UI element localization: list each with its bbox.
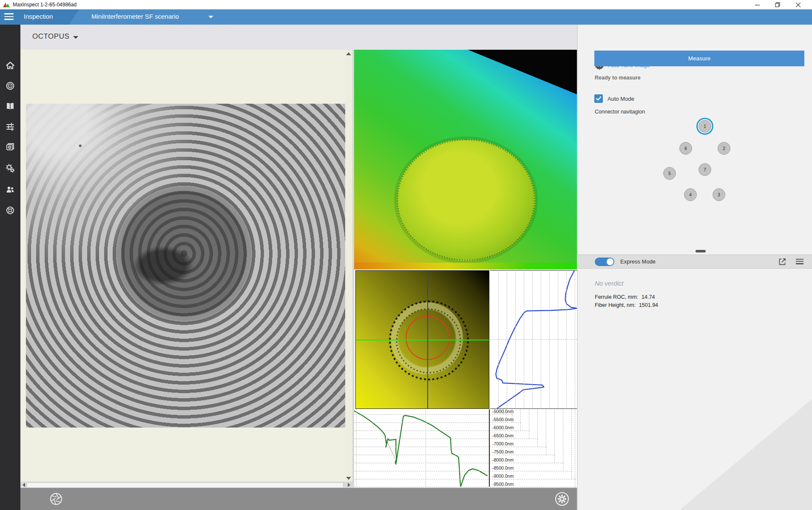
connector-position-7[interactable]: 7 <box>698 163 711 176</box>
camera-name: OCTOPUS <box>32 32 69 40</box>
window-title: MaxInspect 1-2-65-04986ad <box>13 2 77 8</box>
interferogram-workspace <box>20 50 352 488</box>
target-icon[interactable] <box>6 81 15 91</box>
scroll-down-arrow-icon[interactable] <box>346 477 351 480</box>
close-button[interactable] <box>788 0 808 9</box>
y-axis-tick-label: -8000.0nm <box>492 457 514 462</box>
gridline <box>490 487 576 487</box>
panel-menu-icon[interactable] <box>796 259 803 265</box>
y-axis-tick-label: -7500.0nm <box>492 449 514 454</box>
gridline <box>355 422 488 423</box>
result-value: 14.74 <box>642 294 655 300</box>
aperture-icon[interactable] <box>49 492 63 506</box>
gridline <box>490 422 521 423</box>
scenario-dropdown-caret-icon[interactable] <box>208 16 213 18</box>
gridline <box>490 339 577 340</box>
3d-surface-edge <box>354 263 577 269</box>
nav-scenario-label[interactable]: MiniInterferometer SF scenario <box>91 13 179 20</box>
scroll-up-arrow-icon[interactable] <box>346 52 351 55</box>
vertical-profile-plot <box>490 271 577 408</box>
gridline <box>520 409 521 431</box>
left-sidebar <box>0 25 20 510</box>
y-axis-tick-label: -8500.0nm <box>492 465 514 470</box>
nav-inspection-label[interactable]: Inspection <box>24 13 53 20</box>
camera-selector[interactable]: OCTOPUS <box>32 32 78 41</box>
connector-position-6[interactable]: 6 <box>679 142 692 155</box>
y-axis-tick-label: -6500.0nm <box>492 433 514 438</box>
book-icon[interactable] <box>6 102 15 111</box>
sliders-icon[interactable] <box>6 122 15 131</box>
gridline <box>355 471 488 471</box>
corner-watermark <box>680 400 812 510</box>
result-ferrule-roc: Ferrule ROC, mm:14.74 <box>595 294 655 300</box>
gridline <box>529 409 529 439</box>
connector-position-3[interactable]: 3 <box>713 188 725 201</box>
vertical-profile-chart <box>490 270 577 409</box>
home-icon[interactable] <box>6 61 15 70</box>
gridline <box>356 409 357 487</box>
auto-mode-label: Auto Mode <box>608 96 634 102</box>
restore-button[interactable] <box>768 0 787 9</box>
connector-position-4[interactable]: 4 <box>684 188 697 201</box>
gridline <box>355 447 488 447</box>
gridline <box>355 431 488 431</box>
measure-status-text: Ready to measure <box>595 75 641 81</box>
camera-dropdown-caret-icon <box>73 36 78 39</box>
open-external-icon[interactable] <box>778 258 786 266</box>
app-logo-icon <box>3 2 10 8</box>
y-axis-tick-label: -6000.0nm <box>492 425 514 430</box>
result-label: Fiber Height, nm: <box>595 302 636 308</box>
result-value: 1501.94 <box>639 302 658 308</box>
y-axis-tick-label: -5500.0nm <box>492 417 514 422</box>
gridline <box>355 414 488 415</box>
result-label: Ferrule ROC, mm: <box>595 294 638 300</box>
interferogram-live-image[interactable] <box>26 104 345 428</box>
image-settings-icon[interactable] <box>6 142 15 152</box>
horizontal-profile-plot <box>354 409 489 487</box>
bottom-toolbar <box>20 488 577 510</box>
gridline <box>563 409 563 471</box>
gridline <box>575 409 575 487</box>
gridline <box>490 463 564 463</box>
auto-mode-checkbox[interactable]: Auto Mode <box>594 94 634 103</box>
result-fiber-height: Fiber Height, nm:1501.94 <box>595 302 658 308</box>
gridline <box>355 439 488 439</box>
help-ring-icon[interactable] <box>6 206 15 215</box>
gears-icon[interactable] <box>6 164 15 173</box>
scroll-left-arrow-icon[interactable] <box>23 483 25 487</box>
gridline <box>546 409 546 455</box>
y-axis-tick-label: -5000.0nm <box>492 409 514 414</box>
gridline <box>355 479 488 479</box>
crosshair-horizontal-line[interactable] <box>356 340 489 340</box>
measure-button[interactable]: Measure <box>594 51 804 66</box>
users-icon[interactable] <box>6 185 15 194</box>
connector-position-2[interactable]: 2 <box>718 142 730 155</box>
connector-position-5[interactable]: 5 <box>663 167 676 180</box>
toggle-knob <box>607 258 613 265</box>
gridline <box>490 479 576 479</box>
verdict-text: No verdict <box>595 280 624 287</box>
settings-gear-icon[interactable] <box>555 492 569 506</box>
vertical-scrollbar[interactable] <box>345 50 352 482</box>
fiber-dome-3d <box>397 139 535 261</box>
gridline <box>355 487 488 487</box>
gridline <box>554 409 555 463</box>
express-mode-toggle[interactable] <box>595 258 614 266</box>
app-window: MaxInspect 1-2-65-04986ad Inspection Min… <box>0 0 812 510</box>
scroll-right-arrow-icon[interactable] <box>348 483 350 487</box>
horizontal-scrollbar-thumb[interactable] <box>26 482 344 488</box>
surface-3d-view[interactable] <box>354 50 577 263</box>
hamburger-menu-icon[interactable] <box>4 13 14 21</box>
crosshair-vertical-line[interactable] <box>427 271 428 408</box>
gridline <box>426 409 426 487</box>
gridline <box>355 463 488 463</box>
y-axis-tick-label: -9500.0nm <box>492 482 514 487</box>
express-mode-label: Express Mode <box>620 258 656 265</box>
splitter-grip[interactable] <box>696 250 706 252</box>
height-map-2d[interactable] <box>355 270 489 409</box>
connector-position-1[interactable]: 1 <box>698 120 711 133</box>
title-bar: MaxInspect 1-2-65-04986ad <box>0 0 812 9</box>
gridline <box>490 455 555 455</box>
camera-selector-bar: OCTOPUS <box>20 25 578 50</box>
minimize-button[interactable] <box>747 0 767 9</box>
